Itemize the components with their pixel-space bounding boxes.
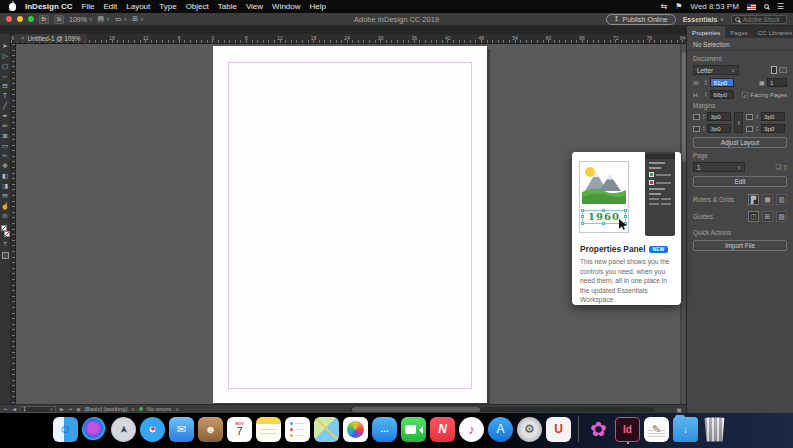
- document-page[interactable]: [213, 46, 487, 403]
- page-tool[interactable]: ▢: [2, 62, 8, 70]
- menu-help[interactable]: Help: [310, 2, 326, 11]
- document-grid-icon[interactable]: ▦: [762, 194, 773, 205]
- top-margin-field[interactable]: 3p0: [707, 112, 731, 121]
- close-tab-icon[interactable]: ×: [21, 35, 25, 41]
- dock-magnet-icon[interactable]: U: [546, 417, 571, 442]
- tab-pages[interactable]: Pages: [725, 26, 753, 38]
- publish-online-button[interactable]: ↥Publish Online: [606, 14, 676, 25]
- page-number-dropdown[interactable]: 1∨: [20, 406, 56, 413]
- dock-textedit-icon[interactable]: ✎: [644, 417, 669, 442]
- smart-guides-icon[interactable]: ⊞: [762, 211, 773, 222]
- left-margin-field[interactable]: 3p0: [761, 112, 785, 121]
- content-collector-tool[interactable]: ⊟: [2, 82, 7, 90]
- pencil-tool[interactable]: ✏: [2, 122, 7, 130]
- zoom-tool[interactable]: ⊙: [2, 212, 7, 220]
- scissors-tool[interactable]: ✂: [2, 152, 7, 160]
- stroke-swatch[interactable]: [4, 231, 10, 237]
- menu-window[interactable]: Window: [272, 2, 300, 11]
- preflight-status[interactable]: No errors: [147, 406, 171, 412]
- width-field[interactable]: 51p0: [710, 78, 734, 87]
- dock-facetime-icon[interactable]: [401, 417, 426, 442]
- facing-pages-checkbox[interactable]: ✓: [742, 92, 748, 98]
- menu-view[interactable]: View: [246, 2, 263, 11]
- preflight-profile[interactable]: [Basic] (working): [85, 406, 128, 412]
- selection-tool[interactable]: ➤: [2, 42, 7, 50]
- tab-properties[interactable]: Properties: [687, 26, 725, 38]
- ruler-corner-icon[interactable]: ▛: [748, 194, 759, 205]
- add-page-icon[interactable]: ❏: [776, 163, 782, 171]
- dock-launchpad-icon[interactable]: ➤: [111, 417, 136, 442]
- dock-trash-icon[interactable]: [702, 417, 727, 442]
- zoom-level-dropdown[interactable]: 109%∨: [69, 16, 93, 23]
- dock-messages-icon[interactable]: …: [372, 417, 397, 442]
- input-source-flag-icon[interactable]: [747, 4, 756, 10]
- pen-tool[interactable]: ✒: [2, 112, 7, 120]
- dock-notes-icon[interactable]: [256, 417, 281, 442]
- adjust-layout-button[interactable]: Adjust Layout: [693, 137, 787, 148]
- workspace-switcher[interactable]: Essentials∨: [683, 16, 724, 23]
- hide-guides-icon[interactable]: ▨: [776, 211, 787, 222]
- window-minimize-button[interactable]: [17, 16, 23, 22]
- dock-mail-icon[interactable]: ✉: [169, 417, 194, 442]
- hand-tool[interactable]: ☝: [1, 202, 9, 210]
- last-page-button[interactable]: ⇥: [68, 406, 72, 412]
- dock-appstore-icon[interactable]: A: [488, 417, 513, 442]
- dock-downloads-icon[interactable]: ↓: [673, 417, 698, 442]
- menu-table[interactable]: Table: [218, 2, 237, 11]
- dock-contacts-icon[interactable]: ☻: [198, 417, 223, 442]
- dock-siri-icon[interactable]: [82, 417, 107, 442]
- margin-guides-icon[interactable]: ◫: [748, 211, 759, 222]
- tab-cc-libraries[interactable]: CC Libraries: [753, 26, 793, 38]
- chevron-down-icon[interactable]: ∨: [131, 406, 135, 412]
- dock-safari-icon[interactable]: ✦: [140, 417, 165, 442]
- dock-maps-icon[interactable]: [314, 417, 339, 442]
- rectangle-frame-tool[interactable]: ⊠: [2, 132, 7, 140]
- link-margins-button[interactable]: ∞: [734, 112, 743, 133]
- gradient-feather-tool[interactable]: ◨: [2, 182, 8, 190]
- type-tool[interactable]: T: [3, 92, 7, 100]
- free-transform-tool[interactable]: ✥: [2, 162, 7, 170]
- horizontal-scrollbar[interactable]: [350, 407, 655, 412]
- current-page-dropdown[interactable]: 1∨: [693, 162, 745, 172]
- note-tool[interactable]: ✉: [2, 192, 7, 200]
- dock-reminders-icon[interactable]: [285, 417, 310, 442]
- vertical-ruler[interactable]: [11, 44, 16, 404]
- horizontal-scrollbar-thumb[interactable]: [352, 407, 480, 412]
- menu-edit[interactable]: Edit: [103, 2, 117, 11]
- dock-indesign-icon[interactable]: Id: [615, 417, 640, 442]
- height-stepper[interactable]: ▲▼: [704, 92, 707, 98]
- import-file-button[interactable]: Import File: [693, 240, 787, 251]
- previous-page-button[interactable]: ◀: [12, 406, 16, 412]
- width-stepper[interactable]: ▲▼: [704, 80, 707, 86]
- dock-news-icon[interactable]: N: [430, 417, 455, 442]
- dock-finder-icon[interactable]: ☺: [53, 417, 78, 442]
- fill-swatch[interactable]: [1, 225, 7, 231]
- first-page-button[interactable]: ⇤: [4, 406, 8, 412]
- screen-mode-button[interactable]: [2, 252, 9, 259]
- dock-sysprefs-icon[interactable]: ⚙: [517, 417, 542, 442]
- gradient-swatch-tool[interactable]: ◧: [2, 172, 8, 180]
- adobe-stock-search-input[interactable]: Adobe Stock: [731, 15, 787, 24]
- dock-flower-icon[interactable]: ✿: [586, 417, 611, 442]
- document-tab[interactable]: × Untitled-1 @ 109%: [14, 34, 87, 42]
- view-options-dropdown[interactable]: ▤∨: [98, 15, 110, 23]
- menu-bar-clock[interactable]: Wed 8:53 PM: [691, 2, 739, 11]
- window-close-button[interactable]: [6, 16, 12, 22]
- direct-selection-tool[interactable]: ▷: [3, 52, 8, 60]
- formatting-affects-text-icon[interactable]: T: [3, 241, 7, 247]
- menu-type[interactable]: Type: [159, 2, 176, 11]
- bridge-button[interactable]: Br: [39, 15, 49, 24]
- spread-view-icon[interactable]: ▣: [676, 406, 682, 413]
- line-tool[interactable]: ╱: [3, 102, 7, 110]
- next-page-button[interactable]: ▶: [60, 406, 64, 412]
- horizontal-ruler[interactable]: 363024181260612182430364248546066727884: [11, 34, 686, 44]
- chevron-down-icon[interactable]: ∨: [175, 406, 179, 412]
- edit-page-button[interactable]: Edit: [693, 176, 787, 187]
- dock-calendar-icon[interactable]: NOV7: [227, 417, 252, 442]
- fill-stroke-swatches[interactable]: [1, 225, 10, 237]
- page-count-field[interactable]: 1: [767, 78, 787, 87]
- menu-object[interactable]: Object: [186, 2, 209, 11]
- page-size-dropdown[interactable]: Letter∨: [693, 65, 739, 75]
- stock-button[interactable]: St: [54, 15, 64, 24]
- sync-status-icon[interactable]: ⇆: [661, 3, 668, 11]
